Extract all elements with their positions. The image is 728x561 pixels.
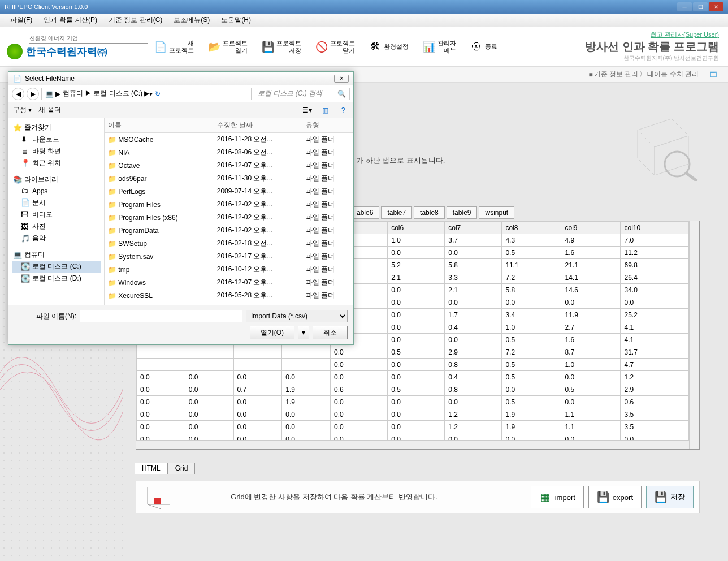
view-options-button[interactable]: ☰▾: [301, 105, 313, 116]
grid-cell[interactable]: 8.7: [561, 346, 621, 359]
file-row[interactable]: 📁 사용자2016-02-17 오후...파일 폴더: [105, 302, 353, 305]
organize-button[interactable]: 구성 ▾: [13, 105, 32, 115]
grid-cell[interactable]: 0.0: [185, 421, 233, 433]
close-button[interactable]: ✕: [709, 2, 723, 11]
tree-docs[interactable]: 📄문서: [12, 197, 101, 209]
view-tab-html[interactable]: HTML: [135, 463, 168, 474]
grid-cell[interactable]: 0.0: [233, 396, 282, 408]
view-tab-grid[interactable]: Grid: [168, 463, 196, 474]
nav-forward-button[interactable]: ▶: [27, 88, 39, 100]
grid-cell[interactable]: 0.0: [282, 421, 331, 433]
dialog-nav-tree[interactable]: ⭐즐겨찾기 ⬇다운로드 🖥바탕 화면 📍최근 위치 📚라이브러리 🗂Apps 📄…: [8, 118, 105, 305]
col-type[interactable]: 유형: [302, 118, 353, 133]
tree-recent[interactable]: 📍최근 위치: [12, 157, 101, 169]
grid-header[interactable]: col7: [445, 222, 502, 234]
grid-cell[interactable]: 0.6: [621, 396, 689, 408]
grid-cell[interactable]: 4.1: [621, 334, 689, 346]
grid-cell[interactable]: 0.0: [445, 334, 502, 346]
tab-table6[interactable]: able6: [350, 206, 379, 219]
grid-cell[interactable]: 5.2: [388, 259, 445, 271]
grid-cell[interactable]: 25.2: [621, 309, 689, 321]
tree-pictures[interactable]: 🖼사진: [12, 221, 101, 232]
grid-cell[interactable]: 0.8: [445, 359, 502, 371]
menu-submenu[interactable]: 보조메뉴(S): [168, 15, 215, 25]
grid-cell[interactable]: 0.5: [502, 371, 561, 383]
grid-cell[interactable]: 0.0: [185, 396, 233, 408]
grid-cell[interactable]: 0.0: [561, 433, 621, 441]
grid-cell[interactable]: 1.2: [445, 421, 502, 433]
toolbar-exit[interactable]: ⮾종료: [464, 38, 503, 54]
grid-cell[interactable]: 31.7: [621, 346, 689, 359]
grid-cell[interactable]: 0.0: [561, 396, 621, 408]
grid-cell[interactable]: 0.0: [502, 433, 561, 441]
save-button[interactable]: 💾저장: [646, 486, 694, 508]
menu-calc[interactable]: 인과 확률 계산(P): [38, 15, 103, 25]
grid-cell[interactable]: 0.0: [185, 371, 233, 383]
grid-cell[interactable]: 0.0: [388, 321, 445, 334]
grid-cell[interactable]: 0.0: [331, 359, 388, 371]
grid-cell[interactable]: 1.1: [561, 408, 621, 421]
grid-cell[interactable]: 0.8: [445, 383, 502, 396]
breadcrumb-1[interactable]: 기준 정보 관리: [594, 70, 639, 79]
grid-cell[interactable]: 0.5: [388, 346, 445, 359]
breadcrumb-2[interactable]: 테이블 수치 관리: [647, 70, 699, 79]
grid-cell[interactable]: 0.0: [388, 408, 445, 421]
grid-cell[interactable]: 5.8: [445, 259, 502, 271]
breadcrumb-window-icon[interactable]: 🗔: [710, 71, 717, 79]
toolbar-new-project[interactable]: 📄새 프로젝트: [148, 38, 200, 54]
grid-cell[interactable]: 0.4: [445, 371, 502, 383]
file-type-filter[interactable]: Import Data (*.csv): [246, 310, 348, 322]
grid-cell[interactable]: 2.9: [621, 383, 689, 396]
tree-music[interactable]: 🎵음악: [12, 232, 101, 244]
grid-cell[interactable]: 0.0: [445, 396, 502, 408]
grid-cell[interactable]: 0.5: [561, 383, 621, 396]
grid-cell[interactable]: 0.0: [137, 383, 185, 396]
new-folder-button[interactable]: 새 폴더: [38, 105, 60, 115]
file-row[interactable]: 📁 tmp2016-10-12 오후...파일 폴더: [105, 263, 353, 276]
file-row[interactable]: 📁 NIA2016-08-06 오전...파일 폴더: [105, 146, 353, 159]
superuser-link[interactable]: 최고 관리자(Super User): [651, 31, 719, 38]
maximize-button[interactable]: ☐: [693, 2, 708, 11]
tree-apps[interactable]: 🗂Apps: [12, 185, 101, 197]
grid-cell[interactable]: 0.0: [502, 296, 561, 309]
grid-cell[interactable]: 1.2: [621, 371, 689, 383]
grid-cell[interactable]: 0.0: [331, 433, 388, 441]
grid-cell[interactable]: 0.0: [621, 296, 689, 309]
grid-cell[interactable]: 3.3: [445, 271, 502, 284]
grid-cell[interactable]: 0.0: [233, 371, 282, 383]
grid-cell[interactable]: 0.0: [388, 296, 445, 309]
grid-cell[interactable]: 1.9: [502, 408, 561, 421]
tab-table9[interactable]: table9: [447, 206, 478, 219]
toolbar-close-project[interactable]: 🚫프로젝트 닫기: [309, 38, 361, 54]
grid-cell[interactable]: 0.4: [445, 321, 502, 334]
tree-computer[interactable]: 💻컴퓨터: [12, 249, 101, 261]
tree-favorites[interactable]: ⭐즐겨찾기: [12, 122, 101, 133]
grid-cell[interactable]: 0.0: [185, 433, 233, 441]
grid-cell[interactable]: 0.0: [388, 371, 445, 383]
tab-wsinput[interactable]: wsinput: [479, 206, 514, 219]
menu-file[interactable]: 파일(F): [5, 15, 38, 25]
grid-cell[interactable]: 0.0: [388, 433, 445, 441]
grid-cell[interactable]: 0.0: [331, 408, 388, 421]
grid-cell[interactable]: 69.8: [621, 259, 689, 271]
tree-desktop[interactable]: 🖥바탕 화면: [12, 145, 101, 157]
menu-baseinfo[interactable]: 기준 정보 관리(C): [103, 15, 168, 25]
grid-cell[interactable]: 3.4: [502, 309, 561, 321]
grid-header[interactable]: col6: [388, 222, 445, 234]
file-row[interactable]: 📁 System.sav2016-02-17 오후...파일 폴더: [105, 250, 353, 263]
grid-header[interactable]: col10: [621, 222, 689, 234]
dialog-open-dropdown[interactable]: ▾: [298, 326, 309, 339]
grid-cell[interactable]: 1.9: [282, 383, 331, 396]
grid-cell[interactable]: 1.1: [561, 421, 621, 433]
grid-cell[interactable]: 0.0: [388, 247, 445, 259]
grid-cell[interactable]: 0.0: [185, 383, 233, 396]
grid-cell[interactable]: 0.0: [621, 433, 689, 441]
grid-cell[interactable]: 1.7: [445, 309, 502, 321]
grid-cell[interactable]: 3.7: [445, 234, 502, 247]
grid-cell[interactable]: 3.5: [621, 421, 689, 433]
grid-cell[interactable]: 1.0: [388, 234, 445, 247]
grid-cell[interactable]: 14.6: [561, 284, 621, 296]
tree-drive-c[interactable]: 💽로컬 디스크 (C:): [12, 261, 101, 273]
tab-table7[interactable]: table7: [381, 206, 412, 219]
nav-back-button[interactable]: ◀: [12, 88, 24, 100]
